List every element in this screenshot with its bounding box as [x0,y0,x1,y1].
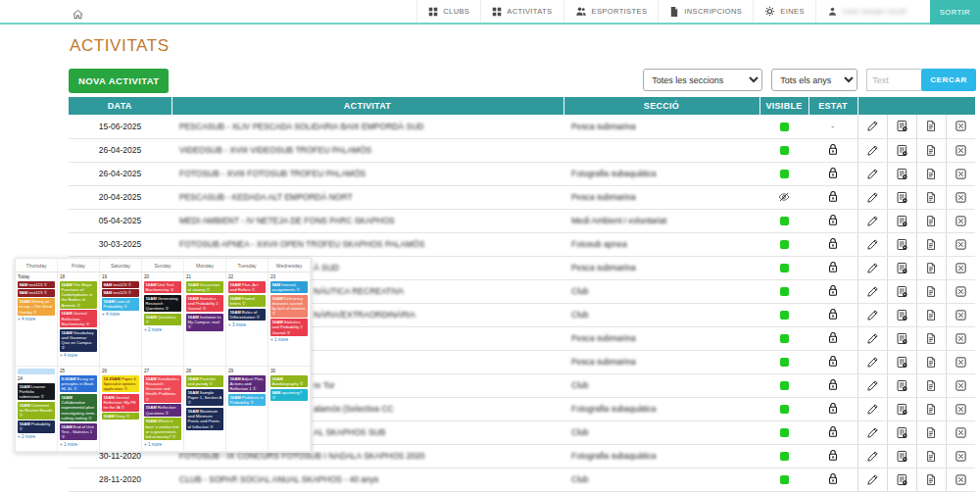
action-inscriptions-list-button[interactable] [887,279,916,303]
action-inscriptions-list-button[interactable] [887,232,916,256]
action-edit-pencil-button[interactable] [858,162,887,185]
estat-cell: - [808,115,858,138]
action-delete-x-button[interactable] [946,326,975,350]
home-icon[interactable] [72,5,85,19]
action-delete-x-button[interactable] [946,279,975,303]
calendar-day-cell: 2710AM Xenobiotics Research: Structure a… [142,367,184,452]
action-edit-pencil-button[interactable] [858,397,887,420]
action-edit-pencil-button[interactable] [858,209,887,232]
action-inscriptions-list-button[interactable] [887,373,916,397]
nav-item-eines[interactable]: EINES [753,0,815,23]
action-delete-x-button[interactable] [946,303,975,326]
action-delete-x-button[interactable] [946,397,975,420]
action-inscriptions-list-button[interactable] [887,138,916,162]
document-icon [925,379,937,389]
action-inscriptions-list-button[interactable] [887,468,916,491]
action-edit-pencil-button[interactable] [858,420,887,444]
header-seccio: SECCIÓ [564,97,760,115]
action-delete-x-button[interactable] [946,162,975,185]
action-delete-x-button[interactable] [946,373,975,397]
edit-pencil-icon [866,215,879,224]
action-document-button[interactable] [916,303,946,326]
action-delete-x-button[interactable] [946,350,975,373]
action-document-button[interactable] [916,468,946,491]
sections-select[interactable]: Totes les seccions [643,69,762,91]
action-edit-pencil-button[interactable] [858,444,887,468]
action-document-button[interactable] [916,444,946,468]
action-edit-pencil-button[interactable] [858,303,887,326]
nav-item-inscripcions[interactable]: INSCRIPCIONS [658,0,753,23]
action-inscriptions-list-button[interactable] [887,303,916,326]
action-inscriptions-list-button[interactable] [887,115,916,138]
visible-cell [760,350,808,373]
action-delete-x-button[interactable] [946,209,975,232]
inscriptions-list-icon [896,144,908,154]
years-select[interactable]: Tots els anys [771,69,858,91]
action-document-button[interactable] [916,326,946,350]
calendar-event: 10AM Invitation to My Campus: mail ① [186,314,223,331]
action-inscriptions-list-button[interactable] [887,444,916,468]
new-activity-button[interactable]: NOVA ACTIVITAT [69,69,169,93]
action-inscriptions-list-button[interactable] [887,185,916,209]
action-edit-pencil-button[interactable] [858,256,887,279]
visible-cell [760,444,808,468]
edit-pencil-icon [866,121,879,130]
action-document-button[interactable] [916,162,946,185]
calendar-event: 10AM Autobiography ① [270,375,308,388]
action-document-button[interactable] [916,256,946,279]
nav-item-clubs[interactable]: CLUBS [416,0,480,23]
action-document-button[interactable] [916,138,946,162]
action-delete-x-button[interactable] [946,185,975,209]
action-inscriptions-list-button[interactable] [887,256,916,279]
action-document-button[interactable] [916,397,946,420]
document-icon [925,168,937,177]
calendar-more-link: + 1 more [270,337,308,342]
visible-cell [760,468,808,491]
action-delete-x-button[interactable] [946,256,975,279]
action-document-button[interactable] [916,420,946,444]
action-document-button[interactable] [916,115,946,138]
calendar-day-cell: 239AM Internal- assignments ①10AM Defici… [269,272,311,367]
action-document-button[interactable] [916,209,946,232]
action-document-button[interactable] [916,279,946,303]
nav-item-esportistes[interactable]: ESPORTISTES [564,0,659,23]
nav-user[interactable]: nom usuari ocult [815,0,930,23]
action-edit-pencil-button[interactable] [858,138,887,162]
action-delete-x-button[interactable] [946,138,975,162]
action-delete-x-button[interactable] [946,420,975,444]
edit-pencil-icon [866,309,879,319]
activity-name: FOTOSUB - XVIII FOTOSUB TROFEU PALAMÓS [172,162,564,185]
page-title: ACTIVITATS [70,36,170,56]
activity-name: PESCASUB - XLIV PESCADA SOLIDARIA BAIX E… [172,115,564,138]
action-edit-pencil-button[interactable] [858,373,887,397]
action-inscriptions-list-button[interactable] [887,162,916,185]
logout-button[interactable]: SORTIR [930,0,980,25]
action-edit-pencil-button[interactable] [858,115,887,138]
delete-x-icon [955,144,967,154]
action-inscriptions-list-button[interactable] [887,420,916,444]
action-edit-pencil-button[interactable] [858,350,887,373]
nav-item-activitats[interactable]: ACTIVITATS [480,0,563,23]
action-delete-x-button[interactable] [946,232,975,256]
search-button[interactable]: CERCAR [921,69,976,91]
action-edit-pencil-button[interactable] [858,232,887,256]
delete-x-icon [955,426,967,436]
action-document-button[interactable] [916,373,946,397]
action-document-button[interactable] [916,185,946,209]
action-edit-pencil-button[interactable] [858,185,887,209]
action-delete-x-button[interactable] [946,444,975,468]
search-input[interactable] [866,69,921,91]
gear-icon [764,6,775,17]
calendar-event: 10AM Maximum and Minimum Points and Poin… [186,408,223,430]
action-inscriptions-list-button[interactable] [887,350,916,373]
action-delete-x-button[interactable] [946,468,975,491]
action-edit-pencil-button[interactable] [858,468,887,491]
action-edit-pencil-button[interactable] [858,279,887,303]
action-edit-pencil-button[interactable] [858,326,887,350]
action-document-button[interactable] [916,232,946,256]
action-inscriptions-list-button[interactable] [887,397,916,420]
action-delete-x-button[interactable] [946,115,975,138]
action-inscriptions-list-button[interactable] [887,209,916,232]
action-inscriptions-list-button[interactable] [887,326,916,350]
action-document-button[interactable] [916,350,946,373]
